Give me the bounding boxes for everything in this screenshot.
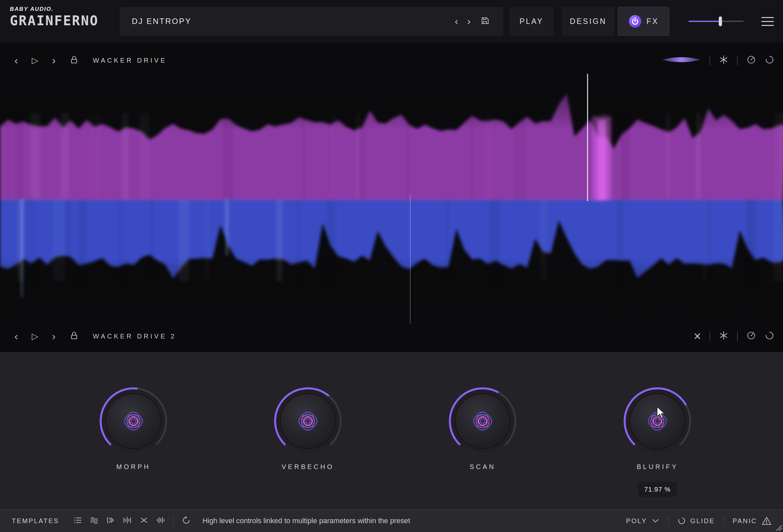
shuffle-button[interactable]: [140, 516, 148, 526]
sample-b-next-button[interactable]: ›: [52, 331, 56, 341]
power-icon: [628, 14, 642, 28]
arc-icon: [765, 55, 775, 65]
sample-a-lock-button[interactable]: [69, 55, 79, 66]
fx-mode-button[interactable]: FX: [618, 7, 669, 36]
preset-selector[interactable]: DJ ENTROPY ‹ ›: [120, 7, 503, 36]
status-text: High level controls linked to multiple p…: [202, 517, 410, 525]
fx-mode-label: FX: [647, 17, 659, 26]
volume-slider[interactable]: [689, 17, 744, 26]
knob-scan-label: SCAN: [430, 463, 535, 471]
design-mode-label: DESIGN: [570, 17, 606, 26]
snowflake-icon: [719, 331, 728, 340]
glide-arc-icon: [678, 517, 686, 525]
menu-button[interactable]: [761, 17, 774, 26]
grain-bars-icon: [123, 516, 132, 525]
grain-bars-icon-2: [156, 516, 165, 525]
sample-a-header: ‹ ▷ › WACKER DRIVE: [0, 49, 783, 72]
brand-top-text: BABY AUDIO.: [10, 6, 99, 12]
panic-button[interactable]: PANIC: [732, 516, 772, 526]
sample-a-name: WACKER DRIVE: [93, 57, 167, 64]
sample-b-lock-button[interactable]: [69, 331, 79, 342]
save-preset-button[interactable]: [480, 15, 490, 27]
warning-icon: [761, 516, 772, 526]
volume-slider-handle[interactable]: [719, 17, 722, 26]
menu-icon: [761, 17, 774, 18]
waves-icon: [90, 516, 98, 525]
sample-a-next-button[interactable]: ›: [52, 55, 56, 66]
chevron-down-icon: [651, 517, 660, 525]
sample-a-freeze-button[interactable]: [719, 55, 728, 66]
template-icon-group: [73, 516, 165, 526]
volume-slider-fill: [689, 21, 720, 22]
sample-b-preview-button[interactable]: ▷: [32, 332, 38, 340]
knob-morph[interactable]: [96, 383, 171, 459]
play-through-button[interactable]: [106, 516, 115, 526]
knob-value-readout: 71.97 %: [638, 482, 677, 497]
snowflake-icon: [719, 55, 728, 65]
sample-a-tune-button[interactable]: [746, 55, 756, 66]
waves-button[interactable]: [90, 516, 98, 526]
macro-list-button[interactable]: [73, 516, 82, 526]
mouse-cursor: [656, 406, 667, 419]
sample-a-preview-button[interactable]: ▷: [32, 56, 38, 65]
brand-name-text: GRAINFERNO: [10, 13, 99, 28]
divider: [710, 331, 710, 341]
sample-b-freeze-button[interactable]: [719, 331, 728, 342]
knob-verbecho[interactable]: [270, 383, 346, 459]
grain-shape-control[interactable]: [662, 56, 701, 65]
resize-grip[interactable]: [774, 523, 782, 531]
poly-label: POLY: [626, 517, 647, 525]
lock-icon: [69, 331, 79, 340]
divider: [737, 331, 738, 341]
knob-graphic: [445, 383, 520, 459]
grain-bars-button[interactable]: [123, 516, 132, 526]
sample-b-remove-button[interactable]: ×: [694, 330, 701, 342]
grain-bars-button-2[interactable]: [156, 516, 165, 526]
waveform-display[interactable]: [0, 74, 783, 324]
waveform-bottom-fade: [0, 257, 783, 324]
arc-icon: [765, 331, 775, 340]
sample-b-name: WACKER DRIVE 2: [93, 333, 176, 340]
knob-graphic: [96, 383, 171, 459]
knob-graphic: [270, 383, 346, 459]
glide-label: GLIDE: [690, 517, 715, 525]
waveform-top-fade: [0, 74, 783, 130]
history-button[interactable]: [182, 516, 190, 526]
play-mode-label: PLAY: [520, 17, 543, 26]
sample-b-tune-button[interactable]: [746, 331, 756, 342]
design-mode-button[interactable]: DESIGN: [562, 7, 615, 36]
knob-verbecho-label: VERBECHO: [255, 463, 361, 471]
macro-list-icon: [73, 516, 82, 525]
bottom-bar: TEMPLATES: [0, 509, 783, 532]
grainferno-app: BABY AUDIO. GRAINFERNO DJ ENTROPY ‹ › PL…: [0, 0, 783, 532]
play-through-icon: [106, 516, 115, 525]
lens-shape-icon: [662, 56, 701, 64]
knob-graphic: [620, 383, 695, 459]
templates-button[interactable]: TEMPLATES: [12, 517, 59, 525]
poly-selector[interactable]: POLY: [626, 517, 660, 525]
glide-control[interactable]: GLIDE: [678, 517, 715, 525]
divider: [668, 516, 669, 526]
panic-label: PANIC: [732, 517, 757, 525]
knob-blurify-label: BLURIFY: [605, 463, 710, 471]
knob-scan[interactable]: [445, 383, 520, 459]
save-icon: [480, 15, 490, 26]
gauge-icon: [746, 55, 756, 65]
sample-b-loop-button[interactable]: [765, 331, 775, 342]
preset-prev-button[interactable]: ‹: [455, 17, 458, 26]
sample-a-loop-button[interactable]: [765, 55, 775, 66]
sample-b-prev-button[interactable]: ‹: [14, 331, 18, 341]
sample-b-header: ‹ ▷ › WACKER DRIVE 2 ×: [0, 324, 783, 348]
play-mode-button[interactable]: PLAY: [509, 7, 554, 36]
divider: [710, 56, 710, 65]
shuffle-icon: [140, 516, 148, 525]
preset-next-button[interactable]: ›: [467, 17, 471, 26]
top-bar: BABY AUDIO. GRAINFERNO DJ ENTROPY ‹ › PL…: [0, 0, 783, 43]
knob-blurify[interactable]: [620, 383, 695, 459]
lock-icon: [69, 55, 79, 65]
divider: [737, 56, 738, 65]
knob-morph-label: MORPH: [81, 463, 186, 471]
divider: [173, 516, 174, 526]
history-icon: [182, 516, 190, 525]
sample-a-prev-button[interactable]: ‹: [14, 55, 18, 66]
